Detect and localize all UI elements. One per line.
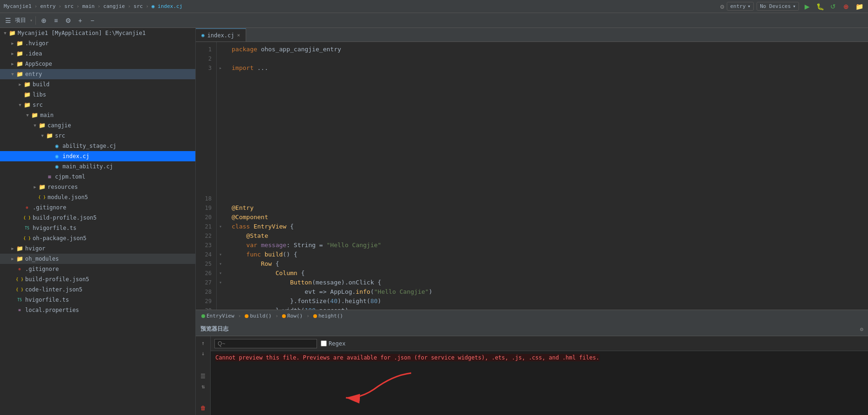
sync-button[interactable]: ⊕: [39, 15, 49, 26]
tree-item-label: cangjie: [48, 122, 71, 129]
tree-item-label: hvigor: [25, 245, 45, 252]
regex-checkbox[interactable]: [321, 340, 327, 346]
reload-button[interactable]: ↺: [828, 1, 838, 12]
tree-item-label: entry: [25, 71, 42, 77]
git-file-icon: ⊗: [23, 204, 31, 211]
breadcrumb-build[interactable]: build(): [245, 313, 271, 319]
tree-item-label: .hvigor: [25, 40, 49, 47]
tab-file-icon: ◉: [201, 32, 205, 38]
tree-item-ability-stage[interactable]: ▶ ◉ ability_stage.cj: [0, 141, 195, 151]
breadcrumb-item[interactable]: main: [82, 3, 95, 9]
pane-gear-icon[interactable]: ⚙: [860, 326, 863, 332]
breadcrumb-height[interactable]: height(): [313, 313, 343, 319]
sort-icon[interactable]: ⇅: [199, 382, 207, 391]
regex-label[interactable]: Regex: [321, 340, 345, 347]
code-line: var message: String = "Hello Cangjie": [232, 241, 868, 250]
expand-icon: ▶: [9, 256, 16, 262]
settings-button2[interactable]: ⚙: [63, 15, 73, 26]
log-search-input[interactable]: [214, 339, 317, 348]
breadcrumb-item[interactable]: Mycanjie1: [4, 3, 32, 9]
run-button[interactable]: ▶: [802, 1, 812, 12]
breadcrumb-item[interactable]: src: [64, 3, 74, 9]
tree-item-hvigorfile2[interactable]: ▶ TS hvigorfile.ts: [0, 295, 195, 305]
breadcrumb-sep: ›: [76, 3, 80, 9]
tree-item-label: hvigorfile.ts: [33, 225, 76, 231]
tree-item-oh-package1[interactable]: ▶ { } oh-package.json5: [0, 233, 195, 243]
crumb-label: EntryView: [207, 313, 234, 319]
list-icon[interactable]: ☰: [199, 372, 207, 380]
code-line: @State: [232, 231, 868, 241]
tree-item-index-cj[interactable]: ▶ ◉ index.cj: [0, 151, 195, 161]
structure-button[interactable]: ≡: [51, 15, 61, 26]
tree-item-src2[interactable]: ▼ 📁 src: [0, 131, 195, 141]
editor-area: ◉ index.cj × 1 2 3 18 19 20 21 22 23 24 …: [196, 28, 868, 415]
tree-item-cangjie[interactable]: ▼ 📁 cangjie: [0, 120, 195, 131]
regex-text: Regex: [329, 340, 345, 347]
project-label: 项目: [15, 16, 26, 24]
more-button[interactable]: 📁: [854, 1, 864, 12]
tree-item-entry[interactable]: ▼ 📁 entry: [0, 69, 195, 79]
json-file-icon: { }: [23, 214, 31, 221]
tree-item-module-json[interactable]: ▶ { } module.json5: [0, 192, 195, 202]
tree-item-main-ability[interactable]: ▶ ◉ main_ability.cj: [0, 161, 195, 172]
run-config-dropdown[interactable]: entry ▾: [727, 2, 754, 11]
tree-item-build[interactable]: ▶ 📁 build: [0, 79, 195, 90]
tree-item-gitignore1[interactable]: ▶ ⊗ .gitignore: [0, 202, 195, 213]
tree-item-code-linter[interactable]: ▶ { } code-linter.json5: [0, 284, 195, 295]
tree-item-cjpm[interactable]: ▶ ≡ cjpm.toml: [0, 172, 195, 182]
add-button[interactable]: +: [75, 15, 85, 26]
tree-item-build-profile2[interactable]: ▶ { } build-profile.json5: [0, 274, 195, 284]
breadcrumb-entry-view[interactable]: EntryView: [201, 313, 234, 319]
tree-item-gitignore2[interactable]: ▶ ⊗ .gitignore: [0, 264, 195, 274]
tree-item-label: cjpm.toml: [55, 173, 85, 180]
toolbar-separator: [35, 16, 36, 25]
breadcrumb-sep: ›: [145, 3, 149, 9]
tab-label: index.cj: [207, 32, 234, 39]
folder-icon: 📁: [16, 70, 23, 78]
tree-item-resources[interactable]: ▶ 📁 resources: [0, 182, 195, 192]
tree-item-label: local.properties: [25, 307, 79, 313]
scroll-down-icon[interactable]: ↓: [199, 349, 207, 358]
ts-file-icon: TS: [16, 296, 23, 304]
expand-icon: ▶: [9, 61, 16, 67]
crumb-dot-icon: [201, 314, 205, 318]
code-content[interactable]: package ohos_app_cangjie_entry import ..…: [224, 42, 868, 310]
log-content-area: Cannot preview this file. Previews are a…: [211, 351, 868, 415]
preview-bottom: ↑ ↓ ☰ ⇅ 🗑 Regex: [196, 336, 868, 415]
device-selector[interactable]: No Devices ▾: [757, 2, 799, 11]
tree-item-hvigor2[interactable]: ▶ 📁 hvigor: [0, 243, 195, 254]
tree-item-appscope[interactable]: ▶ 📁 AppScope: [0, 59, 195, 69]
tree-item-label: code-linter.json5: [25, 286, 83, 293]
tab-index-cj[interactable]: ◉ index.cj ×: [196, 28, 246, 42]
hamburger-button[interactable]: ☰: [3, 15, 13, 26]
folder-icon: 📁: [16, 255, 23, 263]
tree-item-oh-modules[interactable]: ▶ 📁 oh_modules: [0, 254, 195, 264]
breadcrumb-row[interactable]: Row(): [282, 313, 303, 319]
expand-icon: ▼: [24, 112, 31, 118]
tree-item-root[interactable]: ▼ 📁 Mycanjie1 [MyApplication] E:\Mycanji…: [0, 28, 195, 38]
delete-icon[interactable]: 🗑: [199, 404, 207, 412]
tree-item-libs[interactable]: ▶ 📁 libs: [0, 90, 195, 100]
scroll-up-icon[interactable]: ↑: [199, 339, 207, 347]
tree-item-idea[interactable]: ▶ 📁 .idea: [0, 48, 195, 59]
stop-button[interactable]: ⊕: [841, 1, 851, 12]
tree-item-local-props[interactable]: ▶ ≡ local.properties: [0, 305, 195, 315]
breadcrumb-item[interactable]: entry: [40, 3, 55, 9]
tree-item-hvigorfile1[interactable]: ▶ TS hvigorfile.ts: [0, 223, 195, 233]
tree-item-label: Mycanjie1 [MyApplication] E:\Mycanjie1: [18, 30, 146, 36]
breadcrumb-item[interactable]: src: [134, 3, 143, 9]
tree-item-main[interactable]: ▼ 📁 main: [0, 110, 195, 120]
breadcrumb-file[interactable]: ◉ index.cj: [152, 3, 182, 9]
settings-icon[interactable]: ⚙: [720, 3, 724, 10]
crumb-arrow-icon: ›: [238, 313, 241, 319]
tree-item-src[interactable]: ▼ 📁 src: [0, 100, 195, 110]
breadcrumb-item[interactable]: cangjie: [103, 3, 125, 9]
debug-button[interactable]: 🐛: [815, 1, 825, 12]
project-dropdown-arrow[interactable]: ▾: [30, 18, 33, 23]
tab-close-button[interactable]: ×: [237, 32, 240, 38]
minus-button[interactable]: −: [87, 15, 97, 26]
tree-item-hvigor[interactable]: ▶ 📁 .hvigor: [0, 38, 195, 48]
tree-item-build-profile1[interactable]: ▶ { } build-profile.json5: [0, 213, 195, 223]
code-line: evt => AppLog.info("Hello Cangjie"): [232, 287, 868, 297]
code-line: [232, 73, 868, 203]
